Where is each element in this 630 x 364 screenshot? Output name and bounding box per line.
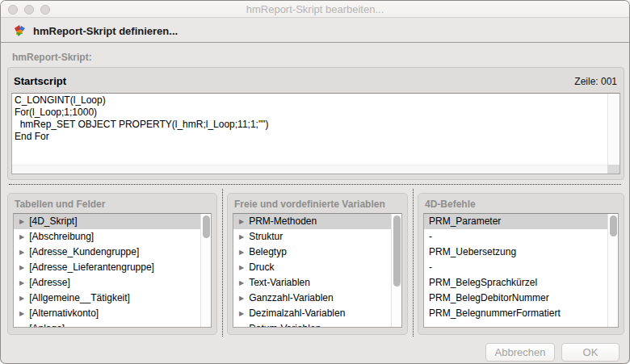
script-vertical-scrollbar[interactable] [607,94,620,165]
scrollbar-corner [607,165,620,174]
panel-title: Tabellen und Felder [15,199,105,210]
list-item-label: Text-Variablen [249,275,310,291]
script-group-title: Startscript [14,75,66,87]
close-button[interactable] [8,5,18,15]
ok-button[interactable]: OK [561,343,620,362]
list-item-label: PRM_BelegDebitorNummer [429,291,549,306]
list-item-label: [4D_Skript] [29,214,77,229]
list-item[interactable]: PRM_BelegDebitorNummer [424,291,607,306]
list-item-label: [Abschreibung] [29,229,94,245]
list-item[interactable]: ▶Struktur [233,229,391,245]
disclosure-triangle-icon[interactable]: ▶ [19,306,24,321]
list-item[interactable]: ▶[Adresse_Lieferantengruppe] [14,260,200,275]
list-item-label: Dezimalzahl-Variablen [249,306,345,321]
script-group-box: Startscript Zeile: 001 C_LONGINT(l_Loop)… [7,67,624,180]
list-item-label: - [429,260,432,275]
list-item[interactable]: PRM_Parameter [424,214,607,229]
list-item[interactable]: - [424,229,607,245]
list-item-label: Struktur [249,229,283,245]
cancel-button[interactable]: Abbrechen [485,343,555,362]
list-item[interactable]: ▶[Adresse] [14,275,200,291]
list-item[interactable]: ▶[Allgemeine__Tätigkeit] [14,291,200,306]
disclosure-triangle-icon[interactable]: ▶ [239,275,244,291]
list-item-label: [Adresse] [29,275,70,291]
zoom-button[interactable] [40,5,50,15]
list-item[interactable]: PRM_Uebersetzung [424,245,607,260]
dialog-title: hmReport-Skript definieren... [33,25,178,37]
disclosure-triangle-icon[interactable]: ▶ [19,275,24,291]
list-item-label: PRM_Parameter [429,214,501,229]
list-item[interactable]: PRM_BelegnummerFormatiert [424,306,607,321]
disclosure-triangle-icon[interactable]: ▶ [19,260,24,275]
disclosure-triangle-icon[interactable]: ▶ [239,229,244,245]
panel-4d-befehle: 4D-Befehle PRM_Parameter-PRM_Uebersetzun… [418,193,624,335]
disclosure-triangle-icon[interactable]: ▶ [19,245,24,260]
panel-variablen: Freie und vordefinierte Variablen ▶PRM-M… [227,193,408,335]
list-item-label: PRM-Methoden [249,214,317,229]
disclosure-triangle-icon[interactable]: ▶ [239,321,244,327]
panel-tabellen-und-felder: Tabellen und Felder ▶[4D_Skript]▶[Abschr… [7,193,217,335]
list-item[interactable]: ▶[Alternativkonto] [14,306,200,321]
tables-list[interactable]: ▶[4D_Skript]▶[Abschreibung]▶[Adresse_Kun… [13,213,212,328]
disclosure-triangle-icon[interactable]: ▶ [19,321,24,327]
list-item[interactable]: PRM_BelegSprachkürzel [424,275,607,291]
list-item[interactable]: ▶Ganzzahl-Variablen [233,291,391,306]
disclosure-triangle-icon[interactable]: ▶ [239,260,244,275]
window-title: hmReport-Skript bearbeiten... [1,1,629,18]
list-item[interactable]: ▶Text-Variablen [233,275,391,291]
list-item[interactable]: ▶[4D_Skript] [14,214,200,229]
list-item-label: Druck [249,260,274,275]
disclosure-triangle-icon[interactable]: ▶ [19,229,24,245]
list-item[interactable]: - [424,260,607,275]
list-scrollbar[interactable] [391,214,401,327]
scrollbar-thumb[interactable] [203,215,210,238]
list-item[interactable]: ▶Datum-Variablen [233,321,391,327]
list-item-label: PRM_Uebersetzung [429,245,516,260]
list-item-label: [Alternativkonto] [29,306,99,321]
scrollbar-thumb[interactable] [393,215,401,287]
disclosure-triangle-icon[interactable]: ▶ [239,245,244,260]
list-item-label: - [429,229,432,245]
horizontal-dotted-separator [9,184,621,185]
list-item[interactable]: ▶Dezimalzahl-Variablen [233,306,391,321]
4d-clover-icon [14,24,27,37]
disclosure-triangle-icon[interactable]: ▶ [239,291,244,306]
vertical-dotted-separator [222,189,223,337]
list-item-label: [Allgemeine__Tätigkeit] [29,291,130,306]
list-scrollbar[interactable] [607,214,618,327]
list-item[interactable]: ▶[Anlage] [14,321,200,327]
dialog-header: hmReport-Skript definieren... [1,19,629,43]
list-item[interactable]: ▶PRM-Methoden [233,214,391,229]
list-item-label: Datum-Variablen [249,321,321,327]
scrollbar-thumb[interactable] [610,215,617,236]
list-item[interactable]: ▶Belegtyp [233,245,391,260]
disclosure-triangle-icon[interactable]: ▶ [19,214,24,229]
script-editor[interactable]: C_LONGINT(l_Loop) For(l_Loop;1;1000) hmR… [11,93,620,174]
list-item-label: Belegtyp [249,245,287,260]
variables-list[interactable]: ▶PRM-Methoden▶Struktur▶Belegtyp▶Druck▶Te… [233,213,402,328]
minimize-button[interactable] [24,5,34,15]
script-section-label: hmReport-Skript: [12,52,92,63]
list-scrollbar[interactable] [200,214,211,327]
panel-title: Freie und vordefinierte Variablen [234,199,385,210]
script-horizontal-scrollbar[interactable] [12,165,607,174]
commands-list[interactable]: PRM_Parameter-PRM_Uebersetzung-PRM_Beleg… [423,213,619,328]
list-item[interactable]: ▶[Adresse_Kundengruppe] [14,245,200,260]
line-indicator: Zeile: 001 [574,76,617,87]
list-item-label: [Anlage] [29,321,65,327]
dialog-window: hmReport-Skript bearbeiten... hmReport-S… [1,1,629,363]
list-item-label: Ganzzahl-Variablen [249,291,334,306]
list-item[interactable]: ▶Druck [233,260,391,275]
vertical-dotted-separator [413,189,414,337]
list-item-label: PRM_BelegnummerFormatiert [429,306,561,321]
script-code[interactable]: C_LONGINT(l_Loop) For(l_Loop;1;1000) hmR… [15,94,605,164]
list-item-label: [Adresse_Kundengruppe] [29,245,139,260]
list-item-label: PRM_BelegSprachkürzel [429,275,537,291]
title-bar[interactable]: hmReport-Skript bearbeiten... [1,1,629,18]
disclosure-triangle-icon[interactable]: ▶ [239,214,244,229]
disclosure-triangle-icon[interactable]: ▶ [19,291,24,306]
list-item-label: [Adresse_Lieferantengruppe] [29,260,154,275]
disclosure-triangle-icon[interactable]: ▶ [239,306,244,321]
panel-title: 4D-Befehle [425,199,476,210]
list-item[interactable]: ▶[Abschreibung] [14,229,200,245]
